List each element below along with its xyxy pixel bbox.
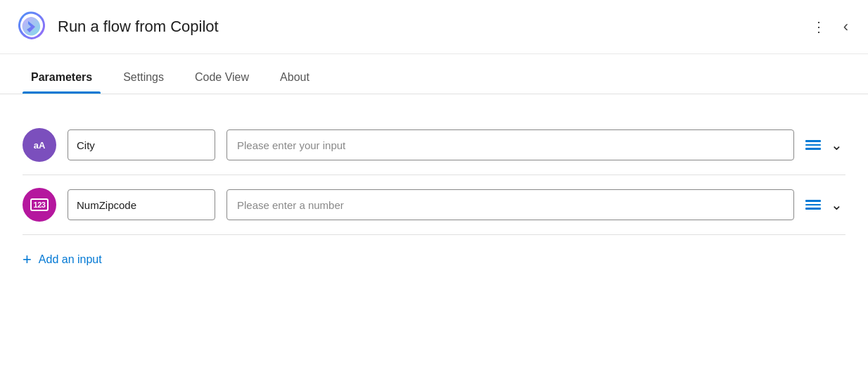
more-options-button[interactable]: ⋮: [809, 17, 829, 37]
add-input-label: Add an input: [39, 253, 102, 266]
tab-code-view[interactable]: Code View: [186, 60, 257, 94]
hamburger-icon-city[interactable]: [805, 140, 821, 150]
badge-num-numzipcode: 123: [23, 188, 56, 222]
header-left: Run a flow from Copilot: [14, 10, 219, 44]
numzipcode-value-input[interactable]: [226, 189, 794, 220]
input-row-city: aA ⌄: [23, 115, 845, 175]
ellipsis-icon: ⋮: [812, 20, 826, 34]
num-badge-label: 123: [30, 198, 49, 211]
field-name-numzipcode: [68, 189, 215, 220]
header-actions: ⋮ ‹: [809, 16, 851, 37]
chevron-left-icon: ‹: [843, 19, 848, 34]
chevron-down-icon-city: ⌄: [831, 137, 843, 153]
chevron-down-button-city[interactable]: ⌄: [828, 135, 845, 155]
add-input-button[interactable]: + Add an input: [23, 235, 102, 269]
field-name-city: [68, 129, 215, 160]
hamburger-icon-numzipcode[interactable]: [805, 200, 821, 210]
chevron-down-button-numzipcode[interactable]: ⌄: [828, 195, 845, 215]
badge-text-city: aA: [23, 128, 56, 162]
numzipcode-name-input[interactable]: [68, 189, 215, 220]
field-value-city: [226, 129, 794, 160]
field-value-numzipcode: [226, 189, 794, 220]
input-row-numzipcode: 123 ⌄: [23, 175, 845, 235]
tab-parameters[interactable]: Parameters: [23, 60, 101, 94]
collapse-button[interactable]: ‹: [841, 16, 851, 37]
parameters-content: aA ⌄ 123: [0, 94, 868, 290]
tab-bar: Parameters Settings Code View About: [0, 60, 868, 94]
tab-about[interactable]: About: [272, 60, 318, 94]
row-actions-numzipcode: ⌄: [805, 195, 845, 215]
city-name-input[interactable]: [68, 129, 215, 160]
row-actions-city: ⌄: [805, 135, 845, 155]
header: Run a flow from Copilot ⋮ ‹: [0, 0, 868, 54]
plus-icon: +: [23, 250, 32, 269]
tab-settings[interactable]: Settings: [115, 60, 172, 94]
chevron-down-icon-numzipcode: ⌄: [831, 196, 843, 213]
page-title: Run a flow from Copilot: [58, 18, 219, 36]
city-value-input[interactable]: [226, 129, 794, 160]
app-logo: [14, 10, 48, 44]
